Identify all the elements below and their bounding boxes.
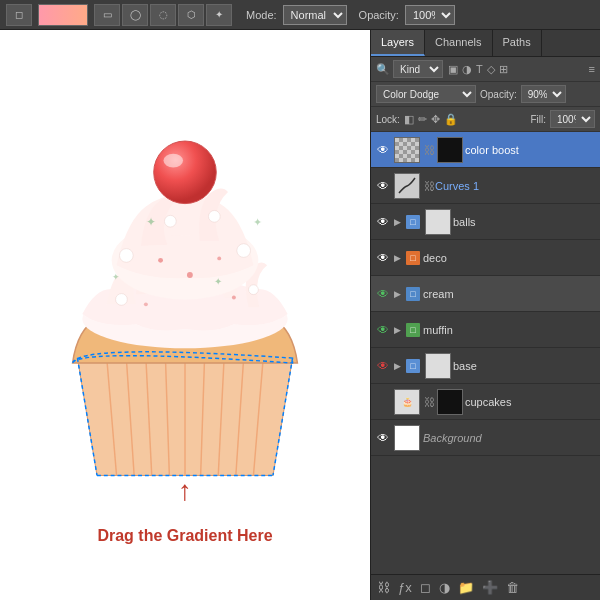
layer-thumb-curves	[394, 173, 420, 199]
layer-link-icon[interactable]: ⛓	[377, 580, 390, 595]
layer-item-cream[interactable]: 👁 ▶ □ cream	[371, 276, 600, 312]
rect-tool[interactable]: ▭	[94, 4, 120, 26]
opacity-select[interactable]: 100%	[405, 5, 455, 25]
layer-name-cupcakes: cupcakes	[465, 396, 596, 408]
pixel-icon[interactable]: ▣	[448, 63, 458, 76]
lock-transparent-icon[interactable]: ◧	[404, 113, 414, 126]
svg-text:✦: ✦	[253, 216, 262, 228]
svg-text:✦: ✦	[146, 215, 156, 228]
panel-menu-icon[interactable]: ≡	[589, 63, 595, 75]
layer-folder-muffin: □	[406, 323, 420, 337]
layer-mask-add-icon[interactable]: ◻	[420, 580, 431, 595]
tab-layers[interactable]: Layers	[371, 30, 425, 56]
blend-row: Color Dodge Opacity: 90%	[371, 82, 600, 107]
mode-label: Mode:	[246, 9, 277, 21]
layer-mask-balls	[425, 209, 451, 235]
layer-delete-icon[interactable]: 🗑	[506, 580, 519, 595]
fill-select[interactable]: 100%	[550, 110, 595, 128]
circle-tool[interactable]: ◯	[122, 4, 148, 26]
lock-label: Lock:	[376, 114, 400, 125]
layer-eye-base[interactable]: 👁	[375, 358, 391, 374]
layer-thumb-color-boost	[394, 137, 420, 163]
layer-item-background[interactable]: 👁 Background	[371, 420, 600, 456]
layer-eye-muffin[interactable]: 👁	[375, 322, 391, 338]
svg-point-17	[164, 215, 176, 227]
mode-select[interactable]: Normal	[283, 5, 347, 25]
layer-item-curves[interactable]: 👁 ⛓ Curves 1	[371, 168, 600, 204]
layer-eye-balls[interactable]: 👁	[375, 214, 391, 230]
layer-eye-cream[interactable]: 👁	[375, 286, 391, 302]
drag-gradient-text: Drag the Gradient Here	[97, 527, 272, 545]
toolbar: ◻ ▭ ◯ ◌ ⬡ ✦ Mode: Normal Opacity: 100%	[0, 0, 600, 30]
poly-tool[interactable]: ⬡	[178, 4, 204, 26]
layer-eye-background[interactable]: 👁	[375, 430, 391, 446]
gradient-swatch[interactable]	[38, 4, 88, 26]
blend-opacity-select[interactable]: 90%	[521, 85, 566, 103]
kind-select[interactable]: Kind	[393, 60, 443, 78]
layer-eye-color-boost[interactable]: 👁	[375, 142, 391, 158]
layer-eye-cupcakes[interactable]	[375, 394, 391, 410]
layer-folder-add-icon[interactable]: 📁	[458, 580, 474, 595]
svg-point-26	[158, 258, 163, 263]
tab-paths[interactable]: Paths	[493, 30, 542, 56]
layer-item-base[interactable]: 👁 ▶ □ base	[371, 348, 600, 384]
layer-name-background: Background	[423, 432, 596, 444]
layer-item-deco[interactable]: 👁 ▶ □ deco	[371, 240, 600, 276]
layer-eye-deco[interactable]: 👁	[375, 250, 391, 266]
layer-name-base: base	[453, 360, 596, 372]
svg-point-30	[154, 141, 217, 204]
canvas-content: ✦ ✦ ✦ ✦	[0, 30, 370, 600]
svg-point-27	[217, 256, 221, 260]
layer-fx-icon[interactable]: ƒx	[398, 580, 412, 595]
layer-thumb-cupcakes: 🎂	[394, 389, 420, 415]
svg-point-16	[241, 248, 247, 254]
layer-item-cupcakes[interactable]: 🎂 ⛓ cupcakes	[371, 384, 600, 420]
layer-expand-balls[interactable]: ▶	[391, 214, 403, 230]
tab-channels[interactable]: Channels	[425, 30, 492, 56]
svg-point-31	[163, 154, 183, 168]
type-icon[interactable]: T	[476, 63, 483, 76]
main: ✦ ✦ ✦ ✦	[0, 30, 600, 600]
layer-expand-deco[interactable]: ▶	[391, 250, 403, 266]
layer-name-cream: cream	[423, 288, 596, 300]
layer-expand-base[interactable]: ▶	[391, 358, 403, 374]
panel-tabs: Layers Channels Paths	[371, 30, 600, 57]
kind-icons: ▣ ◑ T ◇ ⊞	[448, 63, 508, 76]
opacity-label: Opacity:	[359, 9, 399, 21]
svg-point-28	[232, 296, 236, 300]
layer-name-muffin: muffin	[423, 324, 596, 336]
canvas-area: ✦ ✦ ✦ ✦	[0, 30, 370, 600]
tool-icons-group	[38, 4, 88, 26]
adjust-icon[interactable]: ◑	[462, 63, 472, 76]
layer-folder-cream: □	[406, 287, 420, 301]
layer-mask-cupcakes	[437, 389, 463, 415]
layer-expand-muffin[interactable]: ▶	[391, 322, 403, 338]
layer-chain-cupcakes: ⛓	[423, 394, 435, 410]
layer-item-muffin[interactable]: 👁 ▶ □ muffin	[371, 312, 600, 348]
layer-item-color-boost[interactable]: 👁 ⛓ color boost	[371, 132, 600, 168]
layer-item-balls[interactable]: 👁 ▶ □ balls	[371, 204, 600, 240]
smart-icon[interactable]: ⊞	[499, 63, 508, 76]
layer-expand-cream[interactable]: ▶	[391, 286, 403, 302]
lasso-tool[interactable]: ◌	[150, 4, 176, 26]
layer-eye-curves[interactable]: 👁	[375, 178, 391, 194]
fill-label: Fill:	[530, 114, 546, 125]
layer-add-icon[interactable]: ➕	[482, 580, 498, 595]
svg-point-25	[187, 272, 193, 278]
layer-adjust-icon[interactable]: ◑	[439, 580, 450, 595]
layer-name-deco: deco	[423, 252, 596, 264]
search-icon[interactable]: 🔍	[376, 63, 390, 76]
svg-point-18	[208, 210, 220, 222]
tool-icon-1[interactable]: ◻	[6, 4, 32, 26]
blend-opacity-label: Opacity:	[480, 89, 517, 100]
shape-tools: ▭ ◯ ◌ ⬡ ✦	[94, 4, 232, 26]
layer-folder-balls: □	[406, 215, 420, 229]
lock-paint-icon[interactable]: ✏	[418, 113, 427, 126]
svg-text:✦: ✦	[214, 276, 222, 287]
blend-mode-select[interactable]: Color Dodge	[376, 85, 476, 103]
svg-text:✦: ✦	[112, 272, 120, 282]
shape-icon[interactable]: ◇	[487, 63, 495, 76]
lock-all-icon[interactable]: 🔒	[444, 113, 458, 126]
custom-tool[interactable]: ✦	[206, 4, 232, 26]
lock-move-icon[interactable]: ✥	[431, 113, 440, 126]
